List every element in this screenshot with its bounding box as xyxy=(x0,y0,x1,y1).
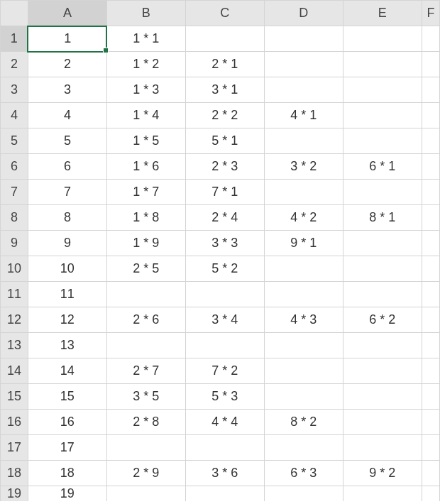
row-header-18[interactable]: 18 xyxy=(1,461,28,486)
cell-B2[interactable]: 1 * 2 xyxy=(106,52,185,77)
cell-F19[interactable] xyxy=(422,486,439,502)
cell-D9[interactable]: 9 * 1 xyxy=(264,231,343,256)
cell-C12[interactable]: 3 * 4 xyxy=(185,307,264,333)
cell-C1[interactable] xyxy=(185,26,264,52)
cell-A12[interactable]: 12 xyxy=(28,307,106,333)
cell-C7[interactable]: 7 * 1 xyxy=(185,180,264,205)
cell-B13[interactable] xyxy=(106,333,185,358)
cell-B8[interactable]: 1 * 8 xyxy=(106,205,185,231)
cell-D11[interactable] xyxy=(264,282,343,307)
cell-D5[interactable] xyxy=(264,128,343,154)
cell-C14[interactable]: 7 * 2 xyxy=(185,358,264,384)
cell-F1[interactable] xyxy=(422,26,439,52)
cell-C13[interactable] xyxy=(185,333,264,358)
cell-C6[interactable]: 2 * 3 xyxy=(185,154,264,180)
column-header-E[interactable]: E xyxy=(343,1,422,26)
cell-A7[interactable]: 7 xyxy=(28,180,106,205)
column-header-D[interactable]: D xyxy=(264,1,343,26)
cell-B5[interactable]: 1 * 5 xyxy=(106,128,185,154)
cell-B7[interactable]: 1 * 7 xyxy=(106,180,185,205)
cell-C2[interactable]: 2 * 1 xyxy=(185,52,264,77)
cell-F5[interactable] xyxy=(422,128,439,154)
row-header-17[interactable]: 17 xyxy=(1,435,28,461)
cell-D13[interactable] xyxy=(264,333,343,358)
row-header-2[interactable]: 2 xyxy=(1,52,28,77)
cell-A9[interactable]: 9 xyxy=(28,231,106,256)
cell-E19[interactable] xyxy=(343,486,422,502)
cell-F11[interactable] xyxy=(422,282,439,307)
row-header-4[interactable]: 4 xyxy=(1,103,28,128)
cell-F13[interactable] xyxy=(422,333,439,358)
cell-B18[interactable]: 2 * 9 xyxy=(106,461,185,486)
row-header-9[interactable]: 9 xyxy=(1,231,28,256)
row-header-3[interactable]: 3 xyxy=(1,77,28,103)
cell-E1[interactable] xyxy=(343,26,422,52)
cell-D19[interactable] xyxy=(264,486,343,502)
cell-E5[interactable] xyxy=(343,128,422,154)
cell-C18[interactable]: 3 * 6 xyxy=(185,461,264,486)
cell-F2[interactable] xyxy=(422,52,439,77)
row-header-7[interactable]: 7 xyxy=(1,180,28,205)
cell-E18[interactable]: 9 * 2 xyxy=(343,461,422,486)
column-header-B[interactable]: B xyxy=(106,1,185,26)
row-header-5[interactable]: 5 xyxy=(1,128,28,154)
cell-E9[interactable] xyxy=(343,231,422,256)
cell-C19[interactable] xyxy=(185,486,264,502)
cell-F3[interactable] xyxy=(422,77,439,103)
cell-D4[interactable]: 4 * 1 xyxy=(264,103,343,128)
cell-F8[interactable] xyxy=(422,205,439,231)
cell-B4[interactable]: 1 * 4 xyxy=(106,103,185,128)
cell-B10[interactable]: 2 * 5 xyxy=(106,256,185,282)
cell-C17[interactable] xyxy=(185,435,264,461)
cell-A1[interactable]: 1 xyxy=(28,26,106,52)
cell-E11[interactable] xyxy=(343,282,422,307)
cell-D10[interactable] xyxy=(264,256,343,282)
row-header-1[interactable]: 1 xyxy=(1,26,28,52)
select-all-corner[interactable] xyxy=(1,1,28,26)
cell-B11[interactable] xyxy=(106,282,185,307)
row-header-19[interactable]: 19 xyxy=(1,486,28,502)
cell-D15[interactable] xyxy=(264,384,343,410)
row-header-8[interactable]: 8 xyxy=(1,205,28,231)
cell-E16[interactable] xyxy=(343,410,422,435)
cell-F10[interactable] xyxy=(422,256,439,282)
cell-D17[interactable] xyxy=(264,435,343,461)
cell-A19[interactable]: 19 xyxy=(28,486,106,502)
row-header-16[interactable]: 16 xyxy=(1,410,28,435)
cell-C3[interactable]: 3 * 1 xyxy=(185,77,264,103)
cell-B12[interactable]: 2 * 6 xyxy=(106,307,185,333)
cell-F6[interactable] xyxy=(422,154,439,180)
cell-B14[interactable]: 2 * 7 xyxy=(106,358,185,384)
cell-B6[interactable]: 1 * 6 xyxy=(106,154,185,180)
row-header-10[interactable]: 10 xyxy=(1,256,28,282)
cell-A10[interactable]: 10 xyxy=(28,256,106,282)
cell-A18[interactable]: 18 xyxy=(28,461,106,486)
column-header-A[interactable]: A xyxy=(28,1,106,26)
row-header-13[interactable]: 13 xyxy=(1,333,28,358)
cell-A2[interactable]: 2 xyxy=(28,52,106,77)
cell-E2[interactable] xyxy=(343,52,422,77)
cell-E10[interactable] xyxy=(343,256,422,282)
cell-E7[interactable] xyxy=(343,180,422,205)
cell-C10[interactable]: 5 * 2 xyxy=(185,256,264,282)
cell-B3[interactable]: 1 * 3 xyxy=(106,77,185,103)
cell-D16[interactable]: 8 * 2 xyxy=(264,410,343,435)
cell-E14[interactable] xyxy=(343,358,422,384)
cell-C4[interactable]: 2 * 2 xyxy=(185,103,264,128)
spreadsheet-grid[interactable]: A B C D E F 111 * 1221 * 22 * 1331 * 33 … xyxy=(0,0,440,504)
cell-E17[interactable] xyxy=(343,435,422,461)
cell-F17[interactable] xyxy=(422,435,439,461)
cell-F14[interactable] xyxy=(422,358,439,384)
column-header-F[interactable]: F xyxy=(422,1,439,26)
row-header-12[interactable]: 12 xyxy=(1,307,28,333)
cell-D1[interactable] xyxy=(264,26,343,52)
cell-A3[interactable]: 3 xyxy=(28,77,106,103)
cell-D18[interactable]: 6 * 3 xyxy=(264,461,343,486)
cell-F12[interactable] xyxy=(422,307,439,333)
cell-C8[interactable]: 2 * 4 xyxy=(185,205,264,231)
cell-E13[interactable] xyxy=(343,333,422,358)
cell-E8[interactable]: 8 * 1 xyxy=(343,205,422,231)
cell-B9[interactable]: 1 * 9 xyxy=(106,231,185,256)
row-header-6[interactable]: 6 xyxy=(1,154,28,180)
cell-A17[interactable]: 17 xyxy=(28,435,106,461)
